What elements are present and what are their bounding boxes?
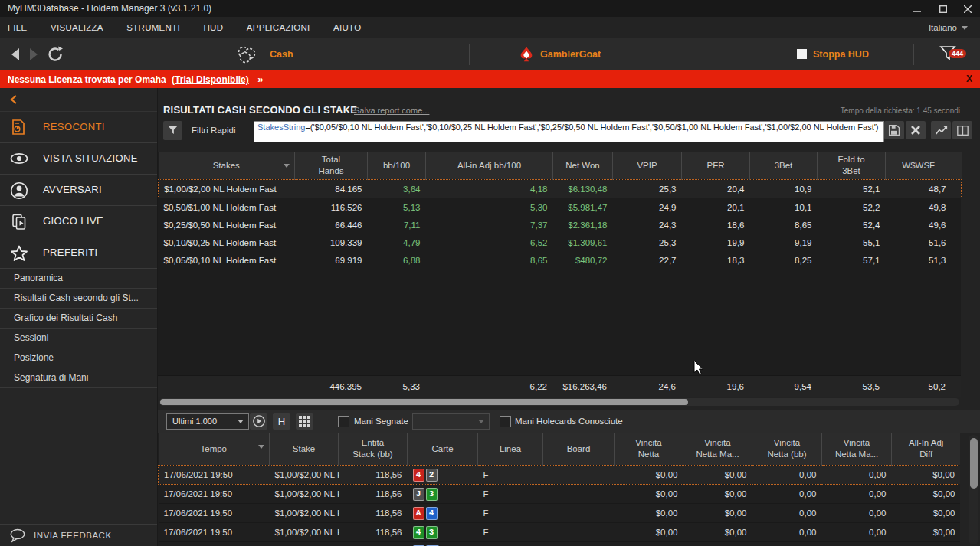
column-header[interactable]: Stake [270,433,339,466]
clear-filter-button[interactable] [906,121,926,139]
cash-tab-label[interactable]: Cash [270,49,293,60]
main-content: RISULTATI CASH SECONDO GLI STAKE Salva r… [158,88,980,546]
hand-limit-select[interactable]: Ultimi 1.000 [166,413,249,430]
hand-row[interactable]: 17/06/2021 19:50$1,00/$2,00 NL H118,5643… [159,523,961,542]
hand-row[interactable]: 17/06/2021 19:50$1,00/$2,00 NL H118,56J3… [159,485,961,504]
hand-cell: 0,00 [752,523,822,542]
refresh-button[interactable] [46,45,64,64]
column-header[interactable]: Net Won [553,152,613,180]
horizontal-scrollbar-thumb[interactable] [160,399,688,405]
menu-item-visualizza[interactable]: VISUALIZZA [41,17,113,38]
stakes-row[interactable]: $0,05/$0,10 NL Holdem Fast69.9196,888,65… [159,251,962,269]
forward-button[interactable] [28,47,40,61]
column-header[interactable]: Vincita Netta Ma... [822,433,892,466]
menu-item-file[interactable]: FILE [0,17,38,38]
column-header[interactable]: 3Bet [750,152,818,180]
save-filter-button[interactable] [884,121,904,139]
column-header[interactable]: W$WSF [886,152,952,180]
close-button[interactable] [957,2,978,15]
sidebar-item-segnatura-mani[interactable]: Segnatura di Mani [0,368,157,388]
send-feedback-label: INVIA FEEDBACK [34,525,112,546]
column-header[interactable]: Entità Stack (bb) [339,433,408,466]
back-button[interactable] [9,47,21,61]
stakes-row[interactable]: $0,50/$1,00 NL Holdem Fast116.5265,135,3… [159,198,962,217]
column-header[interactable]: Tempo [159,433,270,466]
sidebar-item-preferiti[interactable]: PREFERITI [0,237,157,269]
column-header[interactable]: bb/100 [368,152,426,180]
columns-layout-button[interactable] [952,121,972,139]
vertical-scrollbar[interactable] [969,435,978,544]
stakes-cell: 8,65 [426,251,553,269]
save-report-link[interactable]: Salva report come... [354,106,429,115]
sidebar-item-risultati-cash-stake[interactable]: Risultati Cash secondo gli St... [0,289,157,309]
sidebar-item-grafico-risultati[interactable]: Grafico dei Risultati Cash [0,309,157,329]
chart-view-button[interactable] [931,121,951,139]
card-icon: J [413,488,424,501]
column-header[interactable]: Carte [408,433,478,466]
board-cards [543,466,615,485]
marked-hands-label: Mani Segnate [354,410,408,433]
send-feedback-button[interactable]: INVIA FEEDBACK [0,524,157,546]
replay-icon [252,414,266,428]
sidebar-item-vista-situazione[interactable]: VISTA SITUAZIONE [0,143,157,175]
menu-item-strumenti[interactable]: STRUMENTI [116,17,190,38]
sidebar-item-posizione[interactable]: Posizione [0,348,157,368]
trial-link[interactable]: (Trial Disponibile) [172,74,249,85]
column-header[interactable]: Fold to 3Bet [818,152,886,180]
summary-cell: $16.263,46 [552,376,612,397]
column-header[interactable]: Linea [478,433,543,466]
hud-button[interactable]: H [273,413,290,430]
stakes-cell: 10,1 [750,198,818,217]
language-selector[interactable]: Italiano [929,17,968,38]
replay-hand-button[interactable] [250,413,267,430]
column-header[interactable]: All-in Adj bb/100 [426,152,553,180]
sidebar-item-sessioni[interactable]: Sessioni [0,329,157,348]
poker-chips-icon [236,44,257,64]
menu-item-hud[interactable]: HUD [193,17,233,38]
horizontal-scrollbar[interactable] [159,398,959,406]
hand-cell: 0,00 [822,504,892,523]
menu-item-aiuto[interactable]: AIUTO [323,17,371,38]
column-header[interactable]: PFR [682,152,750,180]
column-header[interactable]: VPIP [613,152,682,180]
menu-item-applicazioni[interactable]: APPLICAZIONI [237,17,320,38]
column-header[interactable]: Board [543,433,615,466]
minimize-button[interactable] [906,2,928,15]
stop-hud-button[interactable]: Stoppa HUD [813,49,869,60]
vertical-scrollbar-thumb[interactable] [970,438,978,489]
column-header[interactable]: Stakes [159,152,295,180]
stakes-row[interactable]: $0,25/$0,50 NL Holdem Fast66.4467,117,37… [159,216,962,234]
filter-query-input[interactable]: StakesString=('$0,05/$0,10 NL Holdem Fas… [254,121,884,142]
sidebar-item-resoconti[interactable]: RESOCONTI [0,112,157,143]
marked-hands-select[interactable] [412,413,490,430]
sidebar-item-panoramica[interactable]: Panoramica [0,269,157,289]
sidebar-item-gioco-live[interactable]: GIOCO LIVE [0,206,157,237]
grid-view-button[interactable] [296,413,313,430]
hand-row[interactable]: 17/06/2021 19:50$1,00/$2,00 NL H118,56A4… [159,504,961,523]
hand-row[interactable]: 17/06/2021 19:49$1,00/$2,00 NL H100,0091… [159,542,961,546]
quick-filters-button[interactable] [163,121,182,140]
stakes-row[interactable]: $1,00/$2,00 NL Holdem Fast84.1653,644,18… [159,180,962,198]
stakes-cell: 10,9 [750,180,818,198]
column-header[interactable]: Vincita Netta (bb) [752,433,822,466]
sidebar-collapse-button[interactable] [0,88,157,112]
stakes-cell: 6,52 [426,234,553,251]
hand-row[interactable]: 17/06/2021 19:50$1,00/$2,00 NL H118,5642… [159,466,961,485]
stakes-row[interactable]: $0,10/$0,25 NL Holdem Fast109.3394,796,5… [159,234,962,251]
board-cards [543,485,615,504]
column-header[interactable]: Vincita Netta [615,433,683,466]
sidebar-item-avversari[interactable]: AVVERSARI [0,175,157,206]
marked-hands-checkbox[interactable] [338,416,349,427]
known-holecards-checkbox[interactable] [500,416,511,427]
banner-close-button[interactable]: X [966,70,972,88]
account-tab-label[interactable]: GamblerGoat [540,49,601,60]
column-header[interactable]: Total Hands [295,152,368,180]
stakes-cell: 48,7 [886,180,952,198]
cash-tab[interactable] [236,44,257,64]
hand-limit-value: Ultimi 1.000 [172,417,217,426]
stakes-cell: 19,9 [682,234,750,251]
maximize-button[interactable] [932,2,954,15]
column-header[interactable]: Vincita Netta Ma... [683,433,752,466]
column-header[interactable]: All-In Adj Diff [892,433,961,466]
stakes-cell: 9,19 [750,234,818,251]
